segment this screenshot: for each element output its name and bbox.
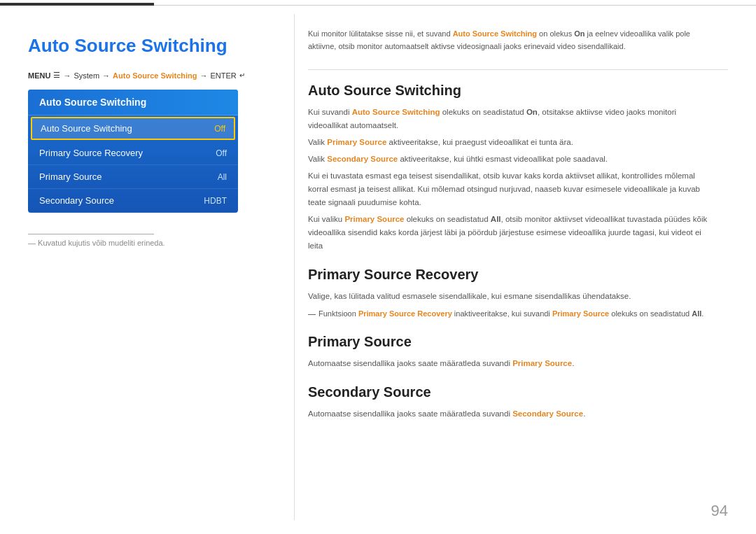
section-primary-source-recovery: Primary Source Recovery Valige, kas lüli… <box>308 267 728 320</box>
section-divider <box>308 69 728 70</box>
section-title-primary: Primary Source <box>308 334 728 350</box>
menu-item-value: HDBT <box>204 196 227 206</box>
intro-text: Kui monitor lülitatakse sisse nii, et su… <box>308 28 714 52</box>
intro-highlight-1: Auto Source Switching <box>453 29 537 38</box>
section-auto-source-switching: Auto Source Switching Kui suvandi Auto S… <box>308 83 728 253</box>
menu-item-value: All <box>218 172 227 182</box>
enter-label: ENTER <box>210 71 236 80</box>
section-title-recovery: Primary Source Recovery <box>308 267 728 283</box>
menu-box-header: Auto Source Switching <box>28 90 238 115</box>
section-title-auto: Auto Source Switching <box>308 83 728 99</box>
section-secondary-source: Secondary Source Automaatse sisendallika… <box>308 384 728 421</box>
menu-item-label: Auto Source Switching <box>41 123 132 134</box>
menu-item-value: Off <box>216 148 227 158</box>
menu-icon: ☰ <box>53 71 60 80</box>
menu-path: MENU ☰ → System → Auto Source Switching … <box>28 71 280 80</box>
menu-item-label: Primary Source Recovery <box>39 148 143 158</box>
menu-item-label: Secondary Source <box>39 195 114 206</box>
recovery-note: — Funktsioon Primary Source Recovery ina… <box>308 307 714 320</box>
intro-bold-1: On <box>574 29 584 38</box>
menu-item-primary-source[interactable]: Primary Source All <box>28 165 238 189</box>
top-bar-dark <box>0 3 154 6</box>
menu-item-value: Off <box>214 124 225 134</box>
panel-divider <box>294 14 295 520</box>
section-body-auto: Kui suvandi Auto Source Switching olekuk… <box>308 106 714 253</box>
footnote-divider <box>28 234 154 234</box>
left-panel: Auto Source Switching MENU ☰ → System → … <box>28 14 280 247</box>
arrow-3: → <box>200 71 207 80</box>
menu-item-primary-recovery[interactable]: Primary Source Recovery Off <box>28 141 238 165</box>
footnote-text: — Kuvatud kujutis võib mudeliti erineda. <box>28 239 280 247</box>
page-number: 94 <box>711 502 728 520</box>
section-body-primary: Automaatse sisendallika jaoks saate määr… <box>308 357 714 370</box>
top-bar-light <box>154 5 756 6</box>
menu-item-secondary-source[interactable]: Secondary Source HDBT <box>28 189 238 213</box>
menu-item-label: Primary Source <box>39 171 102 182</box>
right-panel: Kui monitor lülitatakse sisse nii, et su… <box>308 14 728 435</box>
arrow-1: → <box>63 71 71 80</box>
page-title: Auto Source Switching <box>28 35 280 57</box>
section-primary-source: Primary Source Automaatse sisendallika j… <box>308 334 728 370</box>
system-label: System <box>74 71 99 80</box>
menu-item-auto-source[interactable]: Auto Source Switching Off <box>31 117 235 140</box>
arrow-2: → <box>102 71 110 80</box>
menu-box: Auto Source Switching Auto Source Switch… <box>28 90 238 213</box>
menu-label: MENU <box>28 71 50 80</box>
top-bar <box>0 0 756 6</box>
section-body-recovery: Valige, kas lülitada valitud esmasele si… <box>308 290 714 320</box>
enter-icon: ↵ <box>239 71 245 79</box>
section-title-secondary: Secondary Source <box>308 384 728 400</box>
menu-highlight: Auto Source Switching <box>113 71 197 80</box>
section-body-secondary: Automaatse sisendallika jaoks saate määr… <box>308 407 714 421</box>
